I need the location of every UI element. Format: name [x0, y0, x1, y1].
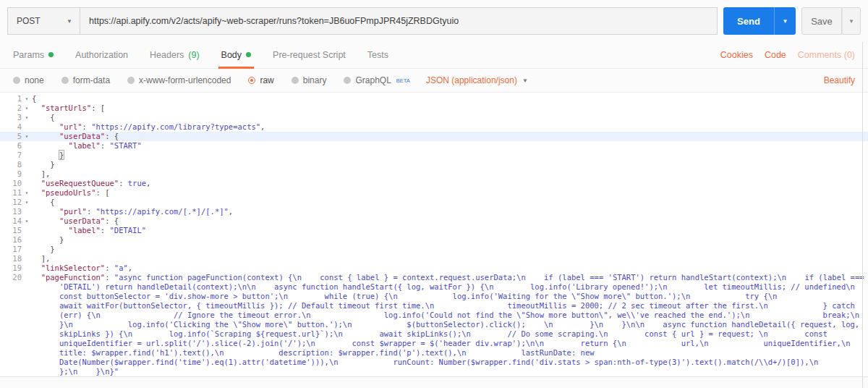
- body-type-binary[interactable]: binary: [292, 75, 327, 85]
- tab-tests[interactable]: Tests: [367, 41, 388, 69]
- body-type-graphql[interactable]: GraphQLBETA: [344, 75, 409, 85]
- json-punct: :: [105, 263, 114, 272]
- url-input[interactable]: [80, 7, 718, 35]
- code-line: 5▾ "userData": {: [0, 132, 868, 141]
- link-comments-0[interactable]: Comments (0): [798, 50, 855, 60]
- tab-pre-request-script[interactable]: Pre-request Script: [273, 41, 346, 69]
- beautify-button[interactable]: Beautify: [824, 75, 855, 85]
- radio-label: none: [25, 75, 44, 85]
- line-number: 15: [0, 226, 22, 235]
- json-punct: [32, 226, 69, 235]
- json-value: "https://apify.com/[.*]/[.*]": [96, 207, 229, 216]
- save-button-group: Save ▼: [801, 7, 861, 35]
- code-line: 8 }: [0, 160, 868, 169]
- code-content[interactable]: ],: [32, 254, 868, 263]
- json-punct: :: [105, 216, 114, 225]
- code-content[interactable]: }: [32, 160, 868, 169]
- code-content[interactable]: "useRequestQueue": true,: [32, 179, 868, 188]
- fold-arrow-icon[interactable]: ▾: [22, 188, 32, 198]
- tab-body[interactable]: Body: [221, 41, 252, 69]
- tab-label: Pre-request Script: [273, 50, 346, 60]
- code-content[interactable]: }: [32, 235, 868, 245]
- json-punct: ,: [229, 207, 233, 216]
- line-number: 13: [0, 207, 22, 216]
- save-button[interactable]: Save: [801, 7, 842, 35]
- radio-icon: [344, 77, 351, 84]
- json-value: "https://apify.com/library?type=acts": [91, 122, 260, 131]
- link-code[interactable]: Code: [765, 50, 786, 60]
- code-content[interactable]: {: [32, 94, 868, 104]
- code-content[interactable]: {: [32, 198, 868, 207]
- line-number: 1: [0, 94, 22, 104]
- json-punct: :: [101, 226, 110, 235]
- line-number: 7: [0, 151, 22, 160]
- body-type-raw[interactable]: raw: [248, 75, 273, 85]
- tab-count: (9): [188, 50, 199, 60]
- json-punct: :: [91, 104, 101, 112]
- fold-arrow-icon[interactable]: ▾: [22, 198, 32, 207]
- method-select[interactable]: POST ▼: [7, 7, 80, 35]
- body-type-none[interactable]: none: [13, 75, 44, 85]
- code-line: 1▾{: [0, 94, 868, 104]
- code-content[interactable]: "label": "DETAIL": [32, 226, 868, 235]
- code-content[interactable]: "pseudoUrls": [: [32, 188, 868, 198]
- json-punct: ],: [32, 254, 50, 263]
- code-content[interactable]: }: [32, 151, 868, 160]
- code-content[interactable]: "startUrls": [: [32, 104, 868, 113]
- code-content[interactable]: "label": "START": [32, 141, 868, 151]
- send-options-caret[interactable]: ▼: [774, 7, 796, 35]
- json-punct: ],: [32, 169, 50, 178]
- save-options-caret[interactable]: ▼: [842, 7, 861, 35]
- code-content[interactable]: }: [32, 245, 868, 254]
- tab-authorization[interactable]: Authorization: [75, 41, 128, 69]
- line-number: 14: [0, 216, 22, 226]
- url-field-wrap: [80, 7, 718, 35]
- json-punct: }: [32, 160, 55, 169]
- json-punct: [32, 188, 41, 197]
- method-label: POST: [17, 16, 41, 26]
- tab-params[interactable]: Params: [13, 41, 54, 69]
- content-type-select[interactable]: JSON (application/json) ▼: [426, 75, 528, 85]
- tab-label: Params: [13, 50, 44, 60]
- body-type-form-data[interactable]: form-data: [61, 75, 110, 85]
- tab-headers[interactable]: Headers(9): [150, 41, 200, 69]
- fold-arrow-icon[interactable]: ▾: [22, 94, 32, 104]
- fold-arrow-icon[interactable]: ▾: [22, 104, 32, 113]
- code-line: 9 ],: [0, 169, 868, 179]
- body-type-row: noneform-datax-www-form-urlencodedrawbin…: [0, 69, 868, 92]
- body-type-x-www-form-urlencoded[interactable]: x-www-form-urlencoded: [127, 75, 231, 85]
- radio-icon: [13, 77, 20, 84]
- json-punct: }: [32, 235, 64, 244]
- code-content[interactable]: "pageFunction": "async function pageFunc…: [32, 273, 868, 376]
- code-line: 6 "label": "START": [0, 141, 868, 151]
- code-line: 3▾ {: [0, 113, 868, 122]
- fold-arrow-icon[interactable]: ▾: [22, 216, 32, 226]
- body-type-radios: noneform-datax-www-form-urlencodedrawbin…: [13, 75, 410, 85]
- code-line: 13 "purl": "https://apify.com/[.*]/[.*]"…: [0, 207, 868, 216]
- content-type-label: JSON (application/json): [426, 75, 517, 85]
- code-content[interactable]: "userData": {: [32, 132, 868, 141]
- code-content[interactable]: {: [32, 113, 868, 122]
- link-cookies[interactable]: Cookies: [720, 50, 753, 60]
- json-punct: {: [32, 94, 36, 103]
- json-key: "linkSelector": [41, 263, 106, 272]
- request-tabs-row: ParamsAuthorizationHeaders(9)BodyPre-req…: [0, 41, 868, 69]
- code-content[interactable]: "userData": {: [32, 216, 868, 226]
- fold-arrow-icon[interactable]: ▾: [22, 113, 32, 122]
- tab-label: Headers: [150, 50, 184, 60]
- json-punct: [32, 179, 41, 187]
- json-value: "START": [110, 141, 142, 150]
- raw-body-editor[interactable]: 1▾{2▾ "startUrls": [3▾ {4 "url": "https:…: [0, 92, 868, 376]
- code-content[interactable]: "url": "https://apify.com/library?type=a…: [32, 122, 868, 132]
- json-key: "startUrls": [41, 104, 92, 112]
- json-value: "a": [114, 263, 128, 272]
- json-punct: :: [105, 132, 114, 140]
- code-content[interactable]: ],: [32, 169, 868, 179]
- json-punct: :: [82, 122, 92, 131]
- fold-arrow-icon[interactable]: ▾: [22, 132, 32, 141]
- code-line: 12▾ {: [0, 198, 868, 207]
- send-button[interactable]: Send: [723, 7, 774, 35]
- code-content[interactable]: "linkSelector": "a",: [32, 263, 868, 273]
- code-content[interactable]: "purl": "https://apify.com/[.*]/[.*]",: [32, 207, 868, 216]
- chevron-down-icon: ▼: [783, 18, 788, 25]
